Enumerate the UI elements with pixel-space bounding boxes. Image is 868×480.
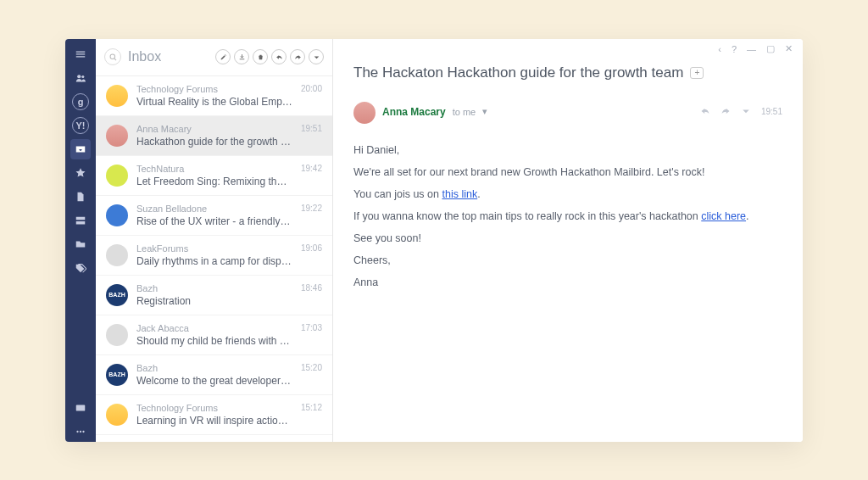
body-line: You can jois us on this link.: [353, 183, 782, 205]
archive-icon[interactable]: [70, 210, 91, 231]
more-actions-icon[interactable]: [741, 104, 751, 120]
reading-pane: ‹ ? — ▢ ✕ The Hackaton Hackathon guide f…: [333, 39, 803, 442]
forward-icon[interactable]: [721, 104, 731, 120]
body-line: Cheers,: [353, 249, 782, 271]
avatar: [106, 204, 128, 226]
nav-rail: g Y!: [65, 39, 96, 442]
message-sender: Bazh: [136, 282, 292, 294]
message-sender: Jack Abacca: [136, 322, 292, 334]
close-button[interactable]: ✕: [785, 43, 793, 54]
body-line: We're all set for our next brand new Gro…: [353, 161, 782, 183]
avatar: [106, 244, 128, 266]
avatar: [106, 125, 128, 147]
message-time: 19:06: [301, 243, 322, 253]
avatar: [106, 404, 128, 426]
reader-subject: The Hackaton Hackathon guide for the gro…: [353, 64, 683, 81]
inbox-icon[interactable]: [70, 139, 91, 159]
message-sender: Technology Forums: [136, 402, 292, 414]
message-time: 19:51: [301, 123, 322, 133]
message-row[interactable]: TechNaturaLet Freedom Sing: Remixing the…: [96, 156, 332, 196]
body-link-2[interactable]: click here: [701, 210, 746, 222]
message-sender: Bazh: [136, 362, 292, 374]
message-row[interactable]: Technology ForumsLearning in VR will ins…: [96, 395, 332, 435]
add-label-button[interactable]: +: [690, 67, 704, 79]
google-icon[interactable]: g: [70, 92, 91, 112]
minimize-button[interactable]: —: [747, 44, 756, 54]
recipient-label: to me: [453, 107, 476, 117]
avatar: [106, 85, 128, 107]
message-row[interactable]: Jack AbaccaShould my child be friends wi…: [96, 315, 332, 355]
body-line: If you wanna know the top main tips to r…: [353, 205, 782, 227]
back-button[interactable]: ‹: [718, 44, 721, 54]
download-button[interactable]: [234, 49, 249, 64]
message-sender: Suzan Belladone: [136, 203, 292, 215]
message-row[interactable]: LeakForumsDaily rhythms in a camp for di…: [96, 236, 332, 276]
star-icon[interactable]: [70, 163, 91, 183]
message-list-panel: Inbox Technology ForumsVirtual Reality i…: [96, 39, 333, 442]
message-sender: Anna Macary: [136, 123, 292, 135]
more-icon[interactable]: [70, 421, 91, 442]
list-toolbar: [215, 49, 324, 64]
message-time: 15:12: [301, 402, 322, 412]
message-subject: Welcome to the great developer commu…: [136, 374, 292, 388]
message-subject: Let Freedom Sing: Remixing the Declarati…: [136, 175, 292, 188]
body-link-1[interactable]: this link: [442, 188, 477, 200]
message-subject: Should my child be friends with a robot…: [136, 334, 292, 348]
message-body: Hi Daniel, We're all set for our next br…: [333, 139, 803, 293]
contacts-icon[interactable]: [70, 68, 91, 88]
message-subject: Rise of the UX writer - a friendly guide…: [136, 215, 292, 228]
message-time: 17:03: [301, 322, 322, 332]
more-button[interactable]: [309, 49, 324, 64]
message-row[interactable]: BAZHBazhWelcome to the great developer c…: [96, 355, 332, 395]
help-button[interactable]: ?: [732, 44, 737, 54]
body-line: Anna: [353, 271, 782, 293]
expand-recipients-icon[interactable]: ▾: [482, 106, 487, 117]
maximize-button[interactable]: ▢: [766, 43, 775, 54]
message-time: 18:46: [301, 282, 322, 293]
sent-icon[interactable]: [70, 234, 91, 254]
avatar: BAZH: [106, 364, 128, 386]
avatar: [106, 165, 128, 187]
message-row[interactable]: Technology ForumsVirtual Reality is the …: [96, 76, 332, 116]
reply-button[interactable]: [271, 49, 287, 64]
compose-button[interactable]: [215, 49, 231, 64]
message-time: 20:00: [301, 83, 322, 93]
message-row[interactable]: Suzan BelladoneRise of the UX writer - a…: [96, 196, 332, 236]
menu-icon[interactable]: [70, 44, 91, 64]
reply-icon[interactable]: [700, 104, 710, 120]
avatar: [106, 324, 128, 346]
message-time: 19:42: [301, 163, 322, 173]
yahoo-icon[interactable]: Y!: [70, 115, 91, 136]
message-row[interactable]: Anna MacaryHackathon guide for the growt…: [96, 116, 332, 156]
message-subject: Daily rhythms in a camp for displaced pe…: [136, 254, 292, 268]
sender-avatar: [353, 102, 376, 124]
forward-button[interactable]: [290, 49, 305, 64]
reader-time: 19:51: [761, 107, 782, 116]
message-subject: Virtual Reality is the Global Empathy Ma…: [136, 95, 292, 109]
sender-name: Anna Macary: [382, 106, 446, 118]
tags-icon[interactable]: [70, 258, 91, 278]
message-row[interactable]: Anna MacaryHow Should We Tax Self-Drivin…: [96, 435, 332, 442]
draft-icon[interactable]: [70, 187, 91, 207]
message-subject: Registration: [136, 294, 292, 308]
folder-title: Inbox: [128, 49, 209, 64]
delete-button[interactable]: [253, 49, 268, 64]
body-line: See you soon!: [353, 227, 782, 249]
body-line: Hi Daniel,: [353, 139, 782, 161]
avatar: BAZH: [106, 284, 128, 306]
address-book-icon[interactable]: [70, 398, 91, 418]
message-subject: Hackathon guide for the growth team: [136, 135, 292, 148]
message-row[interactable]: BAZHBazhRegistration18:46: [96, 276, 332, 315]
message-sender: LeakForums: [136, 243, 292, 254]
message-subject: Learning in VR will inspire action like …: [136, 414, 292, 427]
message-sender: TechNatura: [136, 163, 292, 175]
message-time: 15:20: [301, 362, 322, 372]
message-sender: Technology Forums: [136, 83, 292, 95]
message-time: 19:22: [301, 203, 322, 213]
search-button[interactable]: [104, 48, 121, 65]
